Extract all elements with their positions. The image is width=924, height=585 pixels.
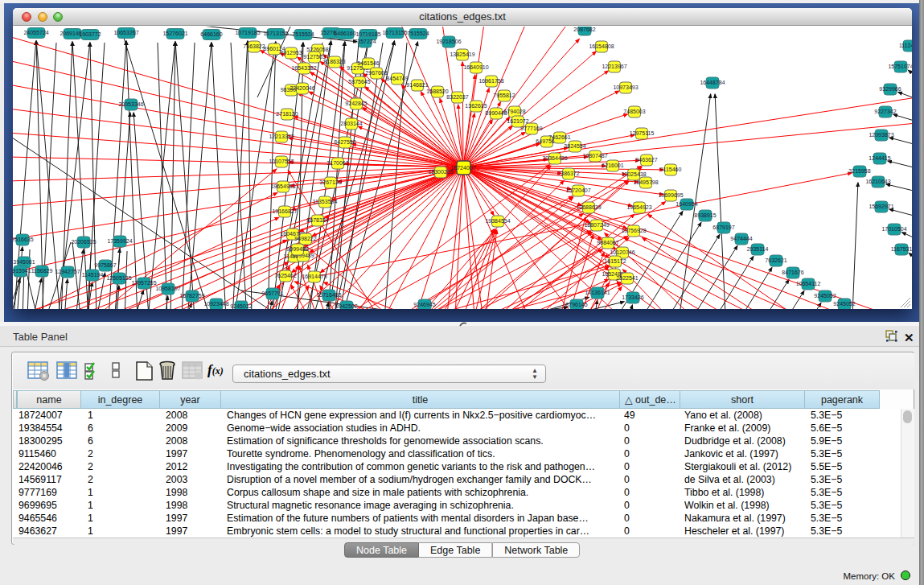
svg-text:10756928: 10756928 [621, 228, 646, 233]
svg-text:7357224: 7357224 [354, 39, 376, 44]
svg-text:22420046: 22420046 [290, 85, 314, 91]
svg-text:6466160: 6466160 [200, 31, 222, 37]
svg-text:2718120: 2718120 [276, 111, 298, 117]
svg-text:15751074: 15751074 [888, 64, 912, 69]
svg-text:16154808: 16154808 [589, 43, 614, 49]
svg-text:1615172: 1615172 [604, 258, 626, 264]
svg-text:6794028: 6794028 [503, 109, 525, 114]
svg-text:1112467: 1112467 [899, 43, 912, 48]
svg-text:3215958: 3215958 [848, 168, 870, 174]
svg-text:6879197: 6879197 [713, 225, 734, 230]
svg-text:1145194: 1145194 [82, 272, 104, 278]
svg-text:16640910: 16640910 [463, 64, 488, 70]
svg-text:10807487: 10807487 [582, 153, 607, 159]
svg-text:5875645: 5875645 [348, 79, 370, 84]
svg-text:10688639: 10688639 [576, 204, 601, 210]
svg-text:9127503: 9127503 [303, 54, 325, 60]
svg-text:19654923: 19654923 [626, 204, 651, 210]
svg-text:8322037: 8322037 [446, 94, 468, 100]
svg-text:1362615: 1362615 [465, 103, 487, 109]
svg-text:8186323: 8186323 [323, 59, 345, 64]
svg-text:10699695: 10699695 [658, 192, 683, 198]
svg-text:10653267: 10653267 [113, 30, 138, 35]
svg-text:12505135: 12505135 [106, 275, 131, 281]
svg-text:8471676: 8471676 [782, 270, 803, 275]
svg-text:3267130: 3267130 [319, 179, 341, 185]
svg-text:15720407: 15720407 [565, 187, 590, 193]
svg-text:7462661: 7462661 [548, 134, 570, 140]
svg-text:19218506: 19218506 [436, 39, 461, 44]
svg-text:1621072: 1621072 [507, 118, 528, 124]
svg-text:20364436: 20364436 [542, 155, 567, 161]
svg-text:15692971: 15692971 [869, 204, 893, 209]
svg-text:2803144: 2803144 [340, 121, 362, 126]
svg-text:7632621: 7632621 [765, 257, 786, 263]
svg-text:10025438: 10025438 [621, 171, 646, 177]
svg-text:24055724: 24055724 [23, 30, 48, 35]
svg-text:12975115: 12975115 [630, 130, 655, 136]
svg-text:8796145: 8796145 [565, 302, 587, 307]
svg-text:9463627: 9463627 [635, 157, 657, 163]
svg-text:17010504: 17010504 [881, 226, 906, 232]
svg-text:10958107: 10958107 [155, 286, 180, 291]
svg-text:3824554: 3824554 [564, 143, 585, 149]
svg-text:7955812: 7955812 [493, 93, 515, 98]
svg-text:10654112: 10654112 [796, 281, 821, 286]
svg-text:16961758: 16961758 [478, 78, 503, 84]
svg-text:19384554: 19384554 [485, 218, 510, 224]
svg-text:9227342: 9227342 [874, 109, 896, 114]
svg-text:9245052: 9245052 [814, 293, 836, 299]
svg-text:7625402: 7625402 [274, 273, 296, 278]
svg-text:12093873: 12093873 [869, 132, 893, 138]
svg-text:18724007: 18724007 [450, 165, 475, 171]
svg-text:2522541: 2522541 [616, 275, 638, 281]
svg-text:12213383: 12213383 [269, 134, 294, 139]
svg-text:9474444: 9474444 [730, 236, 752, 241]
svg-text:8912953: 8912953 [280, 50, 302, 56]
svg-text:1167531: 1167531 [891, 246, 912, 252]
svg-text:9146821: 9146821 [406, 82, 428, 88]
svg-text:10719185: 10719185 [235, 30, 260, 35]
svg-text:18300295: 18300295 [428, 169, 453, 175]
svg-text:17359924: 17359924 [107, 238, 132, 244]
svg-text:13825419: 13825419 [450, 51, 474, 57]
svg-text:3915941: 3915941 [13, 268, 31, 274]
svg-text:7485003: 7485003 [623, 109, 645, 114]
svg-text:9975867: 9975867 [94, 262, 116, 268]
svg-text:12213967: 12213967 [602, 64, 626, 69]
svg-text:7515524: 7515524 [407, 31, 429, 36]
svg-text:2967608: 2967608 [365, 70, 387, 76]
svg-text:1640954: 1640954 [676, 201, 697, 207]
svg-text:20206535: 20206535 [71, 239, 96, 245]
svg-text:5461546: 5461546 [357, 60, 379, 66]
svg-text:1588520: 1588520 [426, 89, 448, 94]
svg-text:8454749: 8454749 [386, 76, 408, 81]
svg-text:10107553: 10107553 [269, 159, 294, 164]
svg-text:9329966: 9329966 [879, 86, 901, 92]
svg-text:2935114: 2935114 [747, 246, 769, 252]
svg-text:11353594: 11353594 [313, 199, 338, 204]
svg-text:1903772: 1903772 [79, 31, 101, 37]
svg-text:7663822: 7663822 [243, 43, 265, 49]
svg-text:15716485: 15716485 [316, 292, 341, 298]
svg-text:9246945: 9246945 [413, 302, 435, 307]
svg-text:2516635: 2516635 [13, 237, 34, 242]
svg-text:15276021: 15276021 [162, 31, 187, 36]
svg-text:1156829: 1156829 [31, 268, 53, 274]
svg-text:16448784: 16448784 [700, 80, 725, 85]
svg-text:8427552: 8427552 [334, 139, 355, 145]
svg-text:9099488: 9099488 [286, 246, 308, 252]
svg-text:12942757: 12942757 [55, 269, 80, 274]
svg-text:10120746: 10120746 [610, 249, 634, 255]
svg-text:8938915: 8938915 [694, 212, 716, 218]
svg-text:17957255: 17957255 [131, 280, 156, 286]
svg-text:16210643: 16210643 [865, 179, 890, 184]
svg-text:7515524: 7515524 [292, 31, 314, 37]
svg-text:8942502: 8942502 [335, 303, 357, 309]
svg-text:9084067: 9084067 [597, 240, 618, 245]
svg-text:10923448: 10923448 [203, 301, 228, 307]
svg-text:1244415: 1244415 [869, 155, 890, 161]
svg-text:6466160: 6466160 [334, 31, 355, 36]
svg-text:19166827: 19166827 [272, 208, 297, 214]
svg-text:3945061: 3945061 [13, 259, 35, 265]
